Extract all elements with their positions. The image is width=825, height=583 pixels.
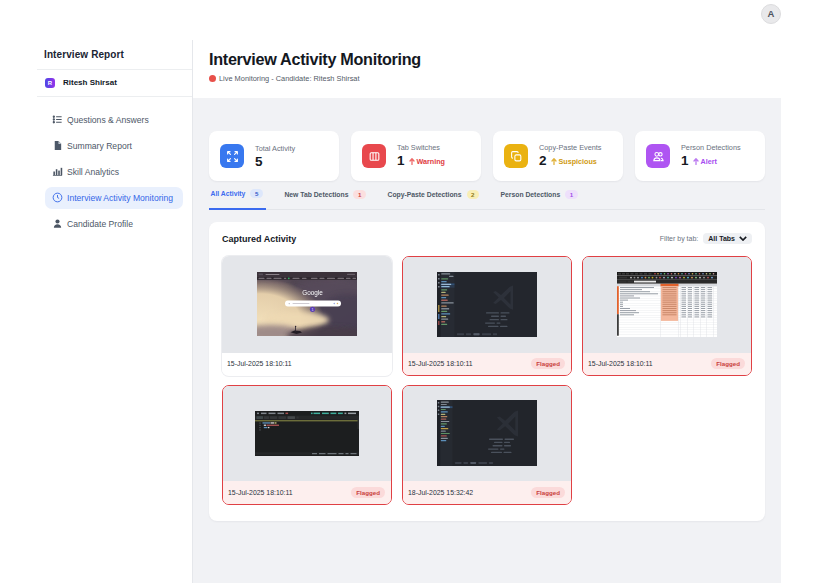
svg-text:Google: Google xyxy=(302,289,323,297)
svg-text:1: 1 xyxy=(312,308,314,312)
